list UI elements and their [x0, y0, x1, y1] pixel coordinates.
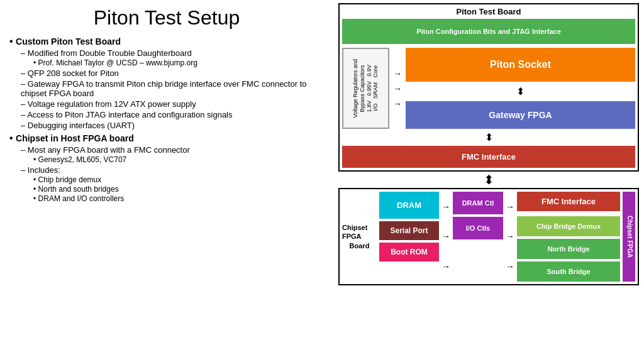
chip-bridge-demux-box: Chip Bridge Demux [517, 216, 620, 236]
page-title: Piton Test Setup [9, 6, 324, 30]
chipset-left-column: DRAM Serial Port Boot ROM [379, 192, 439, 282]
sub-item-2: QFP 208 socket for Piton [21, 69, 324, 78]
arrow-right-nb: → [506, 231, 514, 241]
down-arrow: ⬍ [484, 172, 494, 187]
voltage-text: Voltage Regulators andBypass Capacitors1… [352, 59, 379, 118]
fmc-interface-bottom-box: FMC Interface [517, 192, 620, 211]
sub-item-1: Modified from Double Trouble Daughterboa… [21, 48, 324, 67]
sub-sub-item-2: Genesys2, ML605, VC707 [33, 155, 324, 164]
right-arrows: → → → [506, 192, 514, 282]
left-panel: Piton Test Setup Custom Piton Test Board… [0, 0, 333, 357]
right-panel: Piton Test Board Piton Configuration Bit… [333, 0, 644, 357]
dram-box: DRAM [379, 192, 439, 219]
voltage-box: Voltage Regulators andBypass Capacitors1… [342, 48, 389, 129]
piton-board-title: Piton Test Board [342, 7, 635, 16]
main-list: Custom Piton Test Board Modified from Do… [9, 36, 324, 206]
arrow-right-3: → [393, 99, 402, 109]
piton-test-board: Piton Test Board Piton Configuration Bit… [338, 3, 639, 172]
arrow-right-io: → [441, 231, 450, 241]
boot-rom-box: Boot ROM [379, 243, 439, 261]
sub-sub-item-4: North and south bridges [33, 185, 324, 194]
arrow-right-cbd: → [506, 202, 514, 212]
arrow-right-dram: → [441, 202, 450, 212]
chipset-middle-column: DRAM Ctl I/O Ctls [453, 192, 503, 282]
dram-ctl-box: DRAM Ctl [453, 192, 503, 214]
section1-header: Custom Piton Test Board Modified from Do… [9, 36, 324, 130]
between-boards-arrow: ⬍ [338, 175, 639, 184]
left-arrows: → → → [393, 48, 402, 129]
sub-item-6: Debugging interfaces (UART) [21, 121, 324, 130]
section2-list: Most any FPGA board with a FMC connector… [9, 145, 324, 203]
arrow-right-sb: → [506, 261, 514, 272]
north-bridge-box: North Bridge [517, 239, 620, 259]
chipset-fpga-side-label: Chipset FPGA [623, 192, 635, 282]
arrow-right-boot: → [441, 261, 450, 272]
chipset-board-label: Chipset FPGA Board [342, 192, 377, 282]
config-bits-box: Piton Configuration Bits and JTAG Interf… [342, 19, 635, 44]
chipset-right-column: FMC Interface Chip Bridge Demux North Br… [517, 192, 620, 282]
bidirectional-arrow-1: ⬍ [406, 85, 635, 97]
section1-list: Modified from Double Trouble Daughterboa… [9, 48, 324, 130]
sub-item-4: Voltage regulation from 12V ATX power su… [21, 99, 324, 109]
piton-socket-box: Piton Socket [406, 48, 635, 82]
bidirectional-arrow-2: ⬍ [342, 131, 635, 143]
south-bridge-box: South Bridge [517, 261, 620, 282]
sub-item-7: Most any FPGA board with a FMC connector… [21, 145, 324, 164]
gateway-fpga-box: Gateway FPGA [406, 101, 635, 129]
arrow-right-1: → [393, 69, 402, 79]
arrow-right-2: → [393, 84, 402, 94]
sub-sub-item-1: Prof. Michael Taylor @ UCSD – www.bjump.… [33, 58, 324, 67]
fmc-interface-top-box: FMC Interface [342, 146, 635, 168]
serial-port-box: Serial Port [379, 221, 439, 240]
mid-arrows: → → → [441, 192, 450, 282]
sub-sub-item-3: Chip bridge demux [33, 175, 324, 184]
chipset-fpga-board: Chipset FPGA Board DRAM Serial Port Boot… [338, 188, 639, 285]
sub-item-8: Includes: Chip bridge demux North and so… [21, 165, 324, 203]
io-ctls-box: I/O Ctls [453, 217, 503, 239]
sub-item-5: Access to Piton JTAG interface and confi… [21, 110, 324, 119]
sub-item-3: Gateway FPGA to transmit Piton chip brid… [21, 79, 324, 98]
sub-sub-item-5: DRAM and I/O controllers [33, 194, 324, 203]
board-right-blocks: Piton Socket ⬍ Gateway FPGA [406, 48, 635, 129]
section2-header: Chipset in Host FPGA board Most any FPGA… [9, 133, 324, 203]
